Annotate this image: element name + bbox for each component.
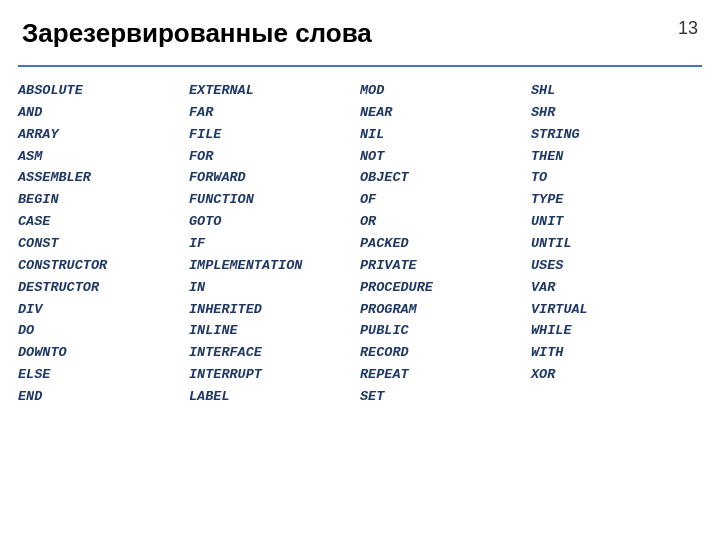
keyword-asm: ASM <box>18 146 189 168</box>
keyword-far: FAR <box>189 102 360 124</box>
keyword-record: RECORD <box>360 342 531 364</box>
keyword-procedure: PROCEDURE <box>360 277 531 299</box>
keyword-public: PUBLIC <box>360 320 531 342</box>
keyword-program: PROGRAM <box>360 299 531 321</box>
keyword-var: VAR <box>531 277 702 299</box>
keyword-set: SET <box>360 386 531 408</box>
keyword-packed: PACKED <box>360 233 531 255</box>
keyword-absolute: ABSOLUTE <box>18 80 189 102</box>
keyword-inline: INLINE <box>189 320 360 342</box>
keyword-near: NEAR <box>360 102 531 124</box>
keyword-begin: BEGIN <box>18 189 189 211</box>
keyword-goto: GOTO <box>189 211 360 233</box>
keyword-string: STRING <box>531 124 702 146</box>
page-number: 13 <box>678 18 698 39</box>
keyword-while: WHILE <box>531 320 702 342</box>
keyword-repeat: REPEAT <box>360 364 531 386</box>
keyword-case: CASE <box>18 211 189 233</box>
keyword-unit: UNIT <box>531 211 702 233</box>
keyword-file: FILE <box>189 124 360 146</box>
keyword-and: AND <box>18 102 189 124</box>
column-col2: EXTERNALFARFILEFORFORWARDFUNCTIONGOTOIFI… <box>189 80 360 530</box>
keyword-assembler: ASSEMBLER <box>18 167 189 189</box>
keywords-section: ABSOLUTEANDARRAYASMASSEMBLERBEGINCASECON… <box>18 80 702 530</box>
keyword-to: TO <box>531 167 702 189</box>
keyword-end: END <box>18 386 189 408</box>
keyword-inherited: INHERITED <box>189 299 360 321</box>
keyword-shr: SHR <box>531 102 702 124</box>
divider <box>18 65 702 67</box>
keyword-for: FOR <box>189 146 360 168</box>
keyword-implementation: IMPLEMENTATION <box>189 255 360 277</box>
keyword-div: DIV <box>18 299 189 321</box>
keyword-xor: XOR <box>531 364 702 386</box>
keyword-interrupt: INTERRUPT <box>189 364 360 386</box>
keyword-array: ARRAY <box>18 124 189 146</box>
keyword-downto: DOWNTO <box>18 342 189 364</box>
keyword-external: EXTERNAL <box>189 80 360 102</box>
column-col1: ABSOLUTEANDARRAYASMASSEMBLERBEGINCASECON… <box>18 80 189 530</box>
keyword-then: THEN <box>531 146 702 168</box>
keyword-in: IN <box>189 277 360 299</box>
keyword-private: PRIVATE <box>360 255 531 277</box>
keyword-of: OF <box>360 189 531 211</box>
page-title: Зарезервированные слова <box>22 18 372 49</box>
keyword-until: UNTIL <box>531 233 702 255</box>
column-col4: SHLSHRSTRINGTHENTOTYPEUNITUNTILUSESVARVI… <box>531 80 702 530</box>
keyword-constructor: CONSTRUCTOR <box>18 255 189 277</box>
keyword-virtual: VIRTUAL <box>531 299 702 321</box>
keyword-const: CONST <box>18 233 189 255</box>
column-col3: MODNEARNILNOTOBJECTOFORPACKEDPRIVATEPROC… <box>360 80 531 530</box>
keyword-function: FUNCTION <box>189 189 360 211</box>
keyword-nil: NIL <box>360 124 531 146</box>
keyword-forward: FORWARD <box>189 167 360 189</box>
keyword-label: LABEL <box>189 386 360 408</box>
keyword-else: ELSE <box>18 364 189 386</box>
keyword-do: DO <box>18 320 189 342</box>
keyword-object: OBJECT <box>360 167 531 189</box>
keyword-uses: USES <box>531 255 702 277</box>
keyword-or: OR <box>360 211 531 233</box>
keyword-with: WITH <box>531 342 702 364</box>
keyword-mod: MOD <box>360 80 531 102</box>
keyword-destructor: DESTRUCTOR <box>18 277 189 299</box>
keyword-interface: INTERFACE <box>189 342 360 364</box>
keyword-shl: SHL <box>531 80 702 102</box>
keyword-not: NOT <box>360 146 531 168</box>
keyword-type: TYPE <box>531 189 702 211</box>
keyword-if: IF <box>189 233 360 255</box>
columns-container: ABSOLUTEANDARRAYASMASSEMBLERBEGINCASECON… <box>18 80 702 530</box>
